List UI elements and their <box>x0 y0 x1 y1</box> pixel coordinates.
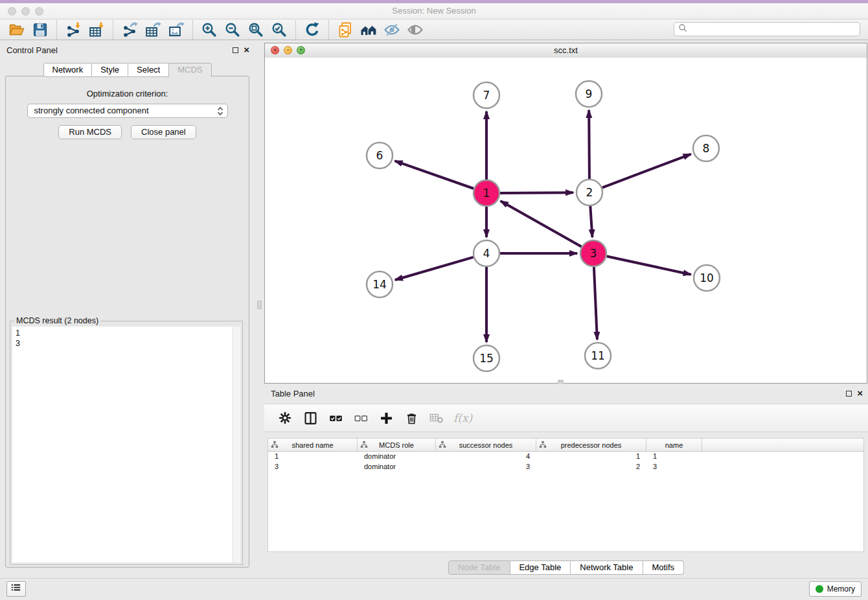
app-titlebar: Session: New Session <box>0 3 868 19</box>
table-cell: 4 <box>436 452 536 462</box>
run-mcds-button[interactable]: Run MCDS <box>58 125 122 139</box>
graph-edge-4-14[interactable] <box>395 257 474 280</box>
control-panel-header: Control Panel × <box>0 43 255 60</box>
select-all-columns-icon[interactable] <box>326 408 345 428</box>
svg-text:3: 3 <box>590 247 597 260</box>
new-network-from-selection-icon[interactable] <box>334 21 357 39</box>
frame-minimize-icon[interactable]: − <box>284 46 292 54</box>
zoom-selected-icon[interactable] <box>268 21 291 39</box>
column-header-MCDS-role[interactable]: MCDS role <box>358 439 436 451</box>
first-neighbors-icon[interactable] <box>357 21 380 39</box>
graph-edge-3-11[interactable] <box>594 267 597 340</box>
tab-motifs[interactable]: Motifs <box>643 560 684 575</box>
status-bar: Memory <box>0 578 868 600</box>
export-image-icon[interactable] <box>165 21 188 39</box>
delete-column-icon[interactable] <box>402 408 421 428</box>
frame-close-icon[interactable]: × <box>271 46 279 54</box>
graph-edge-2-8[interactable] <box>602 154 691 188</box>
graph-edge-3-10[interactable] <box>607 257 691 275</box>
search-box[interactable] <box>674 22 860 36</box>
show-all-icon[interactable] <box>404 21 427 39</box>
attribute-icon <box>439 441 446 450</box>
table-row[interactable]: 1dominator411 <box>268 452 863 462</box>
tab-select[interactable]: Select <box>128 63 169 77</box>
graph-edge-3-1[interactable] <box>501 201 582 246</box>
search-input[interactable] <box>687 23 860 35</box>
zoom-out-icon[interactable] <box>221 21 244 39</box>
control-panel-tabs: NetworkStyleSelectMCDS <box>43 63 211 77</box>
float-panel-icon[interactable] <box>233 47 238 53</box>
table-panel-title: Table Panel <box>271 386 315 402</box>
close-panel-icon[interactable]: × <box>244 46 249 54</box>
control-panel: Control Panel × NetworkStyleSelectMCDS O… <box>0 43 255 574</box>
graph-edge-1-2[interactable] <box>500 192 573 193</box>
refresh-icon[interactable] <box>301 21 324 39</box>
table-row[interactable]: 3dominator323 <box>268 462 863 472</box>
import-table-icon[interactable] <box>85 21 108 39</box>
toolbar-separator <box>192 20 193 40</box>
optimization-criterion-label: Optimization criterion: <box>6 89 249 98</box>
graph-node-8[interactable]: 8 <box>693 135 719 161</box>
column-header-shared-name[interactable]: shared name <box>268 439 358 451</box>
task-history-button[interactable] <box>6 581 26 597</box>
graph-node-7[interactable]: 7 <box>474 82 499 108</box>
tab-style[interactable]: Style <box>92 63 128 77</box>
svg-text:f(x): f(x) <box>453 411 474 424</box>
column-header-predecessor-nodes[interactable]: predecessor nodes <box>536 439 646 451</box>
node-table: shared nameMCDS rolesuccessor nodesprede… <box>268 438 864 552</box>
close-table-panel-icon[interactable]: × <box>857 389 863 397</box>
graph-node-3[interactable]: 3 <box>580 240 606 266</box>
tab-network-table[interactable]: Network Table <box>571 560 643 575</box>
horizontal-splitter-handle[interactable] <box>558 380 564 384</box>
graph-edge-2-9[interactable] <box>589 110 589 179</box>
table-cell: 3 <box>646 462 702 472</box>
frame-maximize-icon[interactable]: + <box>297 46 305 54</box>
memory-label: Memory <box>827 584 855 594</box>
column-header-successor-nodes[interactable]: successor nodes <box>436 439 536 451</box>
graph-node-15[interactable]: 15 <box>474 345 499 371</box>
open-session-icon[interactable] <box>5 21 29 39</box>
svg-text:1: 1 <box>483 187 490 200</box>
column-header-label: successor nodes <box>459 441 513 449</box>
zoom-in-icon[interactable] <box>198 21 221 39</box>
svg-text:4: 4 <box>483 247 490 260</box>
memory-button[interactable]: Memory <box>809 581 862 597</box>
export-network-icon[interactable] <box>118 21 141 39</box>
vertical-splitter-handle[interactable] <box>257 301 262 309</box>
toolbar-separator <box>113 20 113 40</box>
column-header-name[interactable]: name <box>646 439 702 451</box>
mcds-result-text: 1 3 <box>12 327 233 562</box>
hide-selected-icon[interactable] <box>380 21 404 39</box>
column-visibility-icon[interactable] <box>301 408 320 428</box>
mcds-result-textarea[interactable]: 1 3 <box>12 327 240 562</box>
graph-node-4[interactable]: 4 <box>474 240 499 266</box>
close-panel-button[interactable]: Close panel <box>131 125 196 139</box>
graph-node-2[interactable]: 2 <box>577 179 602 205</box>
export-table-icon[interactable] <box>141 21 165 39</box>
graph-node-9[interactable]: 9 <box>576 81 602 107</box>
graph-node-10[interactable]: 10 <box>694 265 720 291</box>
graph-node-14[interactable]: 14 <box>367 271 393 297</box>
graph-edge-1-6[interactable] <box>395 161 474 189</box>
tab-mcds[interactable]: MCDS <box>169 63 211 77</box>
select-stepper-icon <box>216 106 225 121</box>
result-scrollbar[interactable] <box>233 327 240 562</box>
network-window-titlebar[interactable]: × − + scc.txt <box>265 43 867 58</box>
graph-node-1[interactable]: 1 <box>474 180 499 206</box>
add-column-icon[interactable] <box>376 408 396 428</box>
float-table-panel-icon[interactable] <box>846 391 852 397</box>
import-network-icon[interactable] <box>62 21 85 39</box>
graph-edge-2-3[interactable] <box>590 206 592 237</box>
criterion-select[interactable]: strongly connected component <box>27 104 228 118</box>
graph-node-11[interactable]: 11 <box>585 343 611 369</box>
svg-text:15: 15 <box>479 352 494 365</box>
zoom-fit-icon[interactable] <box>244 21 268 39</box>
unselect-all-columns-icon[interactable] <box>351 408 371 428</box>
network-canvas[interactable]: 7968124314101511 <box>265 58 867 383</box>
graph-node-6[interactable]: 6 <box>367 143 393 168</box>
table-options-gear-icon[interactable] <box>275 408 295 428</box>
save-session-icon[interactable] <box>29 21 52 39</box>
tab-node-table[interactable]: Node Table <box>448 560 510 575</box>
tab-edge-table[interactable]: Edge Table <box>510 560 571 575</box>
tab-network[interactable]: Network <box>43 63 92 77</box>
